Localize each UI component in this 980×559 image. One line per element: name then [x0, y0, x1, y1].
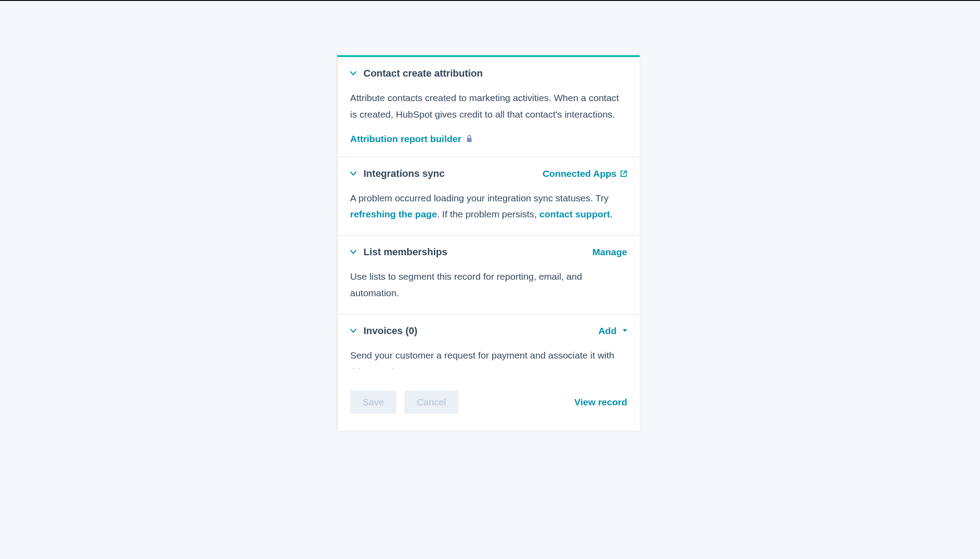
footer-left: Save Cancel	[350, 391, 458, 414]
connected-apps-link[interactable]: Connected Apps	[543, 168, 627, 179]
section-body: Attribute contacts created to marketing …	[350, 90, 627, 123]
section-header[interactable]: Contact create attribution	[350, 68, 627, 79]
panel-footer: Save Cancel View record	[338, 374, 640, 431]
cancel-button[interactable]: Cancel	[404, 391, 458, 414]
body-text-suffix: .	[610, 209, 613, 219]
manage-lists-link[interactable]: Manage	[592, 247, 627, 257]
chevron-down-icon	[350, 171, 356, 177]
section-title: List memberships	[363, 246, 447, 258]
caret-down-icon	[623, 329, 627, 332]
section-title: Contact create attribution	[363, 68, 483, 79]
svg-rect-0	[467, 138, 472, 142]
section-body: Use lists to segment this record for rep…	[350, 269, 627, 302]
section-invoices: Invoices (0) Add Send your customer a re…	[338, 314, 640, 374]
section-title: Integrations sync	[363, 168, 445, 180]
section-title-wrap: Invoices (0)	[350, 325, 417, 337]
section-header[interactable]: Integrations sync Connected Apps	[350, 168, 627, 180]
section-title: Invoices (0)	[363, 325, 417, 337]
view-record-link[interactable]: View record	[574, 397, 627, 408]
body-text-mid: . If the problem persists,	[437, 209, 539, 219]
chevron-down-icon	[350, 328, 356, 334]
contact-support-link[interactable]: contact support	[539, 209, 610, 219]
chevron-down-icon	[350, 249, 356, 255]
link-label: Connected Apps	[543, 168, 617, 179]
section-body: A problem occurred loading your integrat…	[350, 190, 627, 223]
section-body: Send your customer a request for payment…	[350, 347, 627, 369]
section-integrations-sync: Integrations sync Connected Apps A probl…	[338, 157, 640, 236]
save-button[interactable]: Save	[350, 391, 396, 414]
add-invoice-button[interactable]: Add	[598, 326, 627, 336]
lock-icon	[466, 135, 473, 143]
link-label: Attribution report builder	[350, 134, 461, 144]
section-header[interactable]: Invoices (0) Add	[350, 325, 627, 337]
section-title-wrap: List memberships	[350, 246, 447, 258]
attribution-link-row: Attribution report builder	[350, 134, 627, 144]
record-sidebar-panel: Contact create attribution Attribute con…	[337, 55, 640, 431]
link-label: Add	[598, 326, 617, 336]
section-title-wrap: Contact create attribution	[350, 68, 483, 79]
section-contact-attribution: Contact create attribution Attribute con…	[338, 57, 640, 157]
chevron-down-icon	[350, 70, 356, 77]
body-text-prefix: A problem occurred loading your integrat…	[350, 193, 608, 203]
external-link-icon	[620, 170, 627, 177]
section-list-memberships: List memberships Manage Use lists to seg…	[338, 236, 640, 314]
attribution-report-builder-link[interactable]: Attribution report builder	[350, 134, 473, 144]
section-title-wrap: Integrations sync	[350, 168, 445, 180]
link-label: Manage	[592, 247, 627, 257]
section-header[interactable]: List memberships Manage	[350, 246, 627, 258]
refresh-page-link[interactable]: refreshing the page	[350, 209, 437, 219]
